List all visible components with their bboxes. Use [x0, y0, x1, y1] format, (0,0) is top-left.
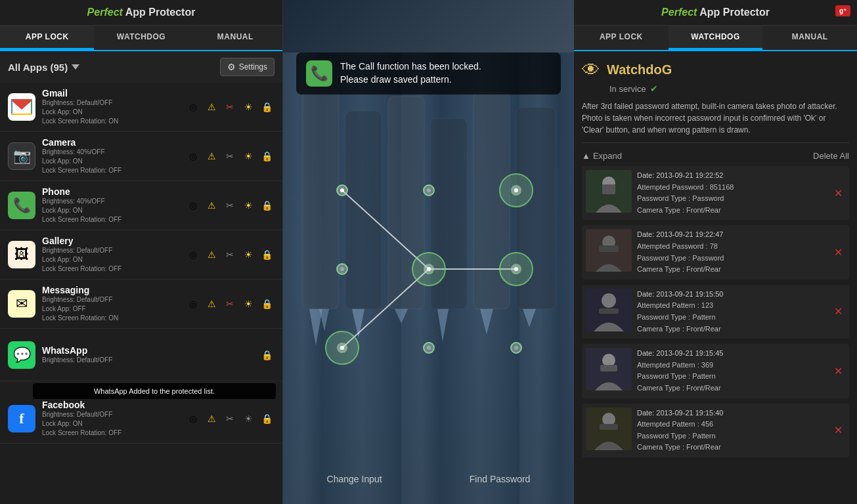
tools-icon[interactable]: ✂ [222, 296, 238, 312]
facebook-details: Brightness: Default/OFFLock App: ONLock … [42, 410, 185, 438]
messaging-details: Brightness: Default/OFFLock App: OFFLock… [42, 295, 185, 323]
gmail-info: Gmail Brightness: Default/OFFLock App: O… [42, 88, 185, 126]
lock-icon[interactable]: 🔒 [259, 198, 275, 213]
title3-italic: Perfect [661, 7, 697, 18]
lock-icon[interactable]: 🔒 [259, 347, 275, 363]
svg-rect-50 [600, 365, 617, 371]
intruder-5-camera: Camera Type : Front/Rear [637, 442, 826, 453]
lock-icon[interactable]: 🔒 [259, 148, 275, 164]
panel3-title: Perfect App Protector g⁺ [582, 5, 849, 22]
brightness-icon[interactable]: ☀ [240, 247, 256, 262]
watchdog-content: 👁 WatchdoG In service ✔ After 3rd failed… [574, 51, 857, 504]
tab-watchdog-p1[interactable]: WATCHDOG [94, 26, 188, 50]
intruder-3-password: Attempted Pattern : 123 [637, 300, 826, 312]
intruder-2-camera: Camera Type : Front/Rear [637, 264, 826, 276]
messaging-controls: ◎ ⚠ ✂ ☀ 🔒 [185, 296, 275, 312]
facebook-icon: f [8, 405, 35, 432]
svg-rect-44 [599, 245, 619, 252]
lock-icon[interactable]: 🔒 [259, 411, 275, 427]
intruder-card: Date: 2013-09-21 19:22:47 Attempted Pass… [582, 225, 849, 279]
fingerprint-icon[interactable]: ◎ [185, 99, 201, 115]
brightness-icon[interactable]: ☀ [240, 198, 256, 213]
delete-intruder-4-button[interactable]: ✕ [831, 365, 845, 377]
google-plus-badge[interactable]: g⁺ [835, 5, 850, 16]
brightness-icon[interactable]: ☀ [240, 99, 256, 115]
whatsapp-name: WhatsApp [42, 345, 259, 356]
facebook-name: Facebook [42, 400, 185, 410]
delete-intruder-1-button[interactable]: ✕ [831, 187, 845, 200]
panel-lockscreen: 📞 The Call function has been locked. Ple… [283, 0, 574, 504]
fingerprint-icon[interactable]: ◎ [185, 198, 201, 213]
intruder-3-camera: Camera Type : Front/Rear [637, 324, 826, 335]
svg-point-23 [514, 188, 518, 192]
intruder-3-type: Password Type : Pattern [637, 312, 826, 324]
intruder-5-type: Password Type : Pattern [637, 430, 826, 442]
gmail-name: Gmail [42, 88, 185, 98]
intruder-4-camera: Camera Type : Front/Rear [637, 383, 826, 394]
whatsapp-controls: 🔒 [259, 347, 275, 363]
tab-manual-p3[interactable]: MANUAL [762, 26, 857, 50]
apps-list: Gmail Brightness: Default/OFFLock App: O… [0, 83, 282, 504]
sort-icon[interactable] [72, 64, 79, 70]
warning-icon[interactable]: ⚠ [204, 411, 219, 427]
delete-intruder-5-button[interactable]: ✕ [831, 424, 845, 436]
tab-applock-p1[interactable]: APP LOCK [0, 26, 94, 50]
fingerprint-icon[interactable]: ◎ [185, 148, 201, 164]
svg-point-34 [340, 346, 344, 350]
tab-manual-p1[interactable]: MANUAL [188, 26, 282, 50]
tools-icon[interactable]: ✂ [222, 247, 238, 262]
tab-applock-p3[interactable]: APP LOCK [574, 26, 669, 50]
call-text-line2: Please draw saved pattern. [340, 74, 481, 87]
fingerprint-icon[interactable]: ◎ [185, 411, 201, 427]
brightness-icon[interactable]: ☀ [240, 296, 256, 312]
facebook-controls: ◎ ⚠ ✂ ☀ 🔒 [185, 411, 275, 427]
tools-icon[interactable]: ✂ [222, 411, 238, 427]
brightness-icon[interactable]: ☀ [240, 148, 256, 164]
svg-line-16 [342, 269, 429, 348]
find-password-button[interactable]: Find Password [456, 467, 544, 491]
phone-app-icon: 📞 [8, 192, 35, 219]
gmail-icon [8, 93, 35, 121]
settings-button[interactable]: ⚙ Settings [220, 58, 275, 76]
fingerprint-icon[interactable]: ◎ [185, 247, 201, 262]
warning-icon[interactable]: ⚠ [204, 198, 219, 213]
messaging-name: Messaging [42, 285, 185, 295]
delete-all-button[interactable]: Delete All [813, 151, 849, 161]
intruder-1-password: Attempted Password : 851168 [637, 182, 826, 194]
tools-icon[interactable]: ✂ [222, 99, 238, 115]
panel-applock: Perfect App Protector APP LOCK WATCHDOG … [0, 0, 283, 504]
intruder-1-camera: Camera Type : Front/Rear [637, 205, 826, 217]
svg-rect-53 [600, 424, 618, 430]
camera-icon: 📷 [8, 142, 35, 170]
whatsapp-info: WhatsApp Brightness: Default/OFF [42, 345, 259, 365]
tools-icon[interactable]: ✂ [222, 198, 238, 213]
watchdog-title-text: WatchdoG [607, 62, 672, 77]
warning-icon[interactable]: ⚠ [204, 296, 219, 312]
delete-intruder-3-button[interactable]: ✕ [831, 305, 845, 318]
svg-line-14 [342, 190, 429, 269]
brightness-icon[interactable]: ☀ [240, 411, 256, 427]
tab-watchdog-p3[interactable]: WATCHDOG [669, 26, 763, 50]
warning-icon[interactable]: ⚠ [204, 99, 219, 115]
camera-details: Brightness: 40%/OFFLock App: ONLock Scre… [42, 148, 185, 175]
svg-point-38 [514, 346, 518, 350]
gallery-icon: 🖼 [8, 241, 35, 268]
change-input-button[interactable]: Change Input [314, 467, 395, 491]
warning-icon[interactable]: ⚠ [204, 247, 219, 262]
whatsapp-toast: WhatsApp Added to the protected list. [33, 383, 276, 399]
lock-icon[interactable]: 🔒 [259, 99, 275, 115]
intruder-4-password: Attempted Pattern : 369 [637, 360, 826, 371]
warning-icon[interactable]: ⚠ [204, 148, 219, 164]
intruder-1-date: Date: 2013-09-21 19:22:52 [637, 170, 826, 182]
lock-icon[interactable]: 🔒 [259, 296, 275, 312]
svg-point-46 [602, 293, 616, 308]
expand-button[interactable]: ▲ Expand [582, 151, 622, 161]
watchdog-description: After 3rd failed password attempt, built… [582, 100, 849, 143]
tools-icon[interactable]: ✂ [222, 148, 238, 164]
intruder-4-date: Date: 2013-09-21 19:15:45 [637, 348, 826, 360]
svg-point-36 [427, 346, 431, 350]
lock-icon[interactable]: 🔒 [259, 247, 275, 262]
intruder-3-info: Date: 2013-09-21 19:15:50 Attempted Patt… [637, 289, 826, 335]
fingerprint-icon[interactable]: ◎ [185, 296, 201, 312]
delete-intruder-2-button[interactable]: ✕ [831, 246, 845, 259]
